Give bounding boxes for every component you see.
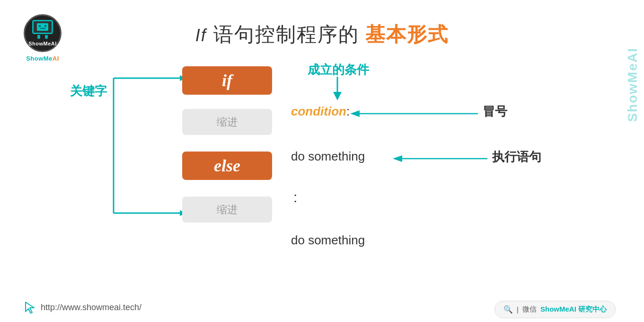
condition-word: condition xyxy=(291,104,346,119)
title-middle: 语句控制程序的 xyxy=(213,23,359,45)
logo-circle: ShowMeAI xyxy=(24,14,62,52)
logo-text: ShowMeAI xyxy=(28,41,57,46)
logo-leg-left xyxy=(37,35,40,39)
down-arrow xyxy=(330,77,344,100)
title-if: If xyxy=(195,26,207,45)
if-box: if xyxy=(182,66,272,95)
svg-marker-9 xyxy=(333,92,342,100)
footer: http://www.showmeai.tech/ xyxy=(24,301,141,313)
indent-box1: 缩进 xyxy=(182,109,272,135)
else-box: else xyxy=(182,152,272,180)
page-title: If 语句控制程序的 基本形式 xyxy=(19,9,625,48)
indent-box2: 缩进 xyxy=(182,197,272,223)
logo-face xyxy=(37,23,48,31)
watermark: ShowMeAI xyxy=(625,47,640,122)
wechat-brand: ShowMeAI 研究中心 xyxy=(540,305,607,314)
execute-arrow xyxy=(393,154,487,163)
wechat-divider: | xyxy=(517,305,519,313)
logo-screen xyxy=(32,20,53,34)
wechat-label: 微信 xyxy=(522,305,537,314)
do-something-2: do something xyxy=(291,233,365,248)
svg-rect-2 xyxy=(40,28,45,29)
svg-rect-0 xyxy=(39,25,41,27)
maohao-label: 冒号 xyxy=(483,103,507,120)
svg-marker-13 xyxy=(393,155,402,162)
condition-top-label: 成立的条件 xyxy=(308,62,369,78)
svg-rect-1 xyxy=(44,25,46,27)
condition-colon: : xyxy=(346,104,350,119)
cursor-icon xyxy=(24,301,36,313)
maohao-arrow xyxy=(350,109,478,118)
do-something-1: do something xyxy=(291,149,365,164)
main-container: ShowMeAI ShowMeAI If 语句控制程序的 基本形式 关键字 if… xyxy=(0,0,644,322)
execute-label: 执行语句 xyxy=(492,149,541,165)
colon2: : xyxy=(293,189,297,206)
svg-marker-14 xyxy=(26,302,34,313)
condition-line: condition : xyxy=(291,104,350,119)
wechat-badge: 🔍 | 微信 ShowMeAI 研究中心 xyxy=(494,301,616,318)
logo-legs xyxy=(37,35,48,39)
logo-leg-right xyxy=(45,35,48,39)
keyword-label: 关键字 xyxy=(70,83,107,99)
logo-area: ShowMeAI ShowMeAI xyxy=(24,14,62,62)
svg-marker-11 xyxy=(350,110,360,117)
title-highlight: 基本形式 xyxy=(365,23,449,45)
logo-label: ShowMeAI xyxy=(26,55,59,62)
footer-url: http://www.showmeai.tech/ xyxy=(41,303,141,313)
search-icon: 🔍 xyxy=(503,305,513,314)
